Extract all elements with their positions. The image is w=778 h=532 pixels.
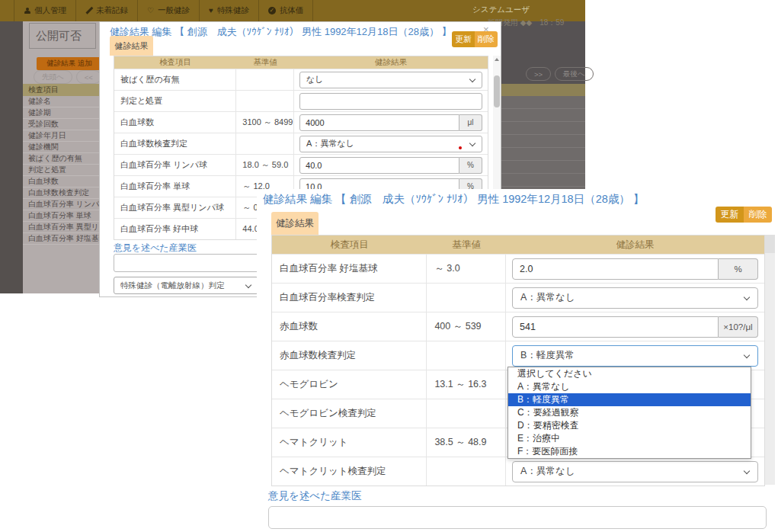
result-select[interactable]: A：異常なし: [512, 287, 758, 309]
pager-right: >>最後へ: [526, 67, 594, 81]
heart-outline-icon: ♡: [147, 7, 154, 14]
pager-button[interactable]: 先頭へ: [34, 70, 72, 84]
pager-button[interactable]: <<: [76, 70, 101, 84]
dropdown-option[interactable]: E：治療中: [508, 432, 751, 445]
result-cell: ×10?/μl: [506, 312, 764, 341]
nav-item[interactable]: 未着記録: [76, 0, 138, 21]
bg-table-row: [501, 161, 585, 174]
bg-table-row: [501, 122, 585, 135]
exam-item-label: 白血球百分率 リンパ球: [114, 155, 236, 175]
exam-item-label: ヘマトクリット検査判定: [272, 457, 427, 486]
exam-item-label: 赤血球数検査判定: [272, 341, 427, 370]
table-row: 赤血球数検査判定B：軽度異常: [272, 341, 764, 370]
special-exam-judgement-select[interactable]: 特殊健診（電離放射線）判定: [114, 277, 258, 294]
exam-item-label: 判定と処置: [114, 91, 236, 111]
result-select-value: B：軽度異常: [520, 349, 575, 362]
scrollbar-thumb[interactable]: [494, 75, 500, 107]
result-input[interactable]: [299, 93, 482, 110]
result-cell: %: [506, 255, 764, 283]
exam-item-label: 白血球百分率 好中球: [114, 219, 236, 239]
update-button[interactable]: 更新: [452, 31, 475, 47]
delete-button[interactable]: 削除: [475, 31, 498, 47]
result-select[interactable]: A：異常なし: [512, 461, 758, 482]
table-row: 赤血球数400 ～ 539×10?/μl: [272, 312, 764, 341]
exam-item-label: 白血球百分率 単球: [114, 176, 236, 197]
result-cell: %: [294, 155, 488, 175]
judgement-dropdown-list: 選択してくださいA：異常なしB：軽度異常C：要経過観察D：要精密検査E：治療中F…: [507, 367, 751, 459]
chevron-down-icon: [744, 467, 750, 473]
scrollbar-top-cap: [765, 235, 775, 253]
nav-item-label: 特殊健診: [217, 5, 249, 16]
bg-table-row: [501, 135, 585, 148]
unit-addon: %: [719, 258, 758, 280]
table-row: 白血球数検査判定A：異常なし: [114, 133, 488, 154]
result-input[interactable]: [512, 316, 719, 338]
result-select[interactable]: B：軽度異常: [512, 345, 758, 367]
nav-item-label: 個人管理: [34, 5, 66, 16]
nav-item[interactable]: ♥特殊健診: [200, 0, 259, 21]
pager-button[interactable]: 最後へ: [555, 67, 594, 81]
publish-permission-field: 公開可否: [29, 23, 96, 49]
scrollbar[interactable]: [765, 235, 775, 485]
column-result: 健診結果: [294, 56, 488, 69]
physician-opinion-input[interactable]: [268, 506, 767, 529]
result-cell: μl: [294, 112, 488, 133]
result-input[interactable]: [299, 114, 459, 131]
chevron-down-icon: [245, 282, 251, 288]
dropdown-option[interactable]: 選択してください: [508, 367, 751, 380]
table-header-row: 検査項目 基準値 健診結果: [114, 56, 488, 69]
page: 個人管理未着記録♡一般健診♥特殊健診✓抗体価 システムユーザ 版開発用 ◆◆ 1…: [0, 0, 778, 532]
result-cell: A：異常なし: [506, 284, 764, 312]
bg-table-rows-right: [501, 96, 585, 200]
dropdown-option[interactable]: D：要精密検査: [508, 419, 751, 432]
result-cell: A：異常なし: [506, 457, 764, 486]
column-reference: 基準値: [236, 56, 294, 69]
reference-value: [427, 284, 506, 312]
special-exam-judgement-value: 特殊健診（電離放射線）判定: [120, 280, 225, 291]
dropdown-option[interactable]: C：要経過観察: [508, 406, 751, 419]
result-cell: [294, 91, 488, 111]
pencil-icon: [85, 7, 92, 14]
nav-item[interactable]: ♡一般健診: [138, 0, 200, 21]
edit-result-modal-front: 健診結果 編集 【 創源 成夫（ｿｳｹﾞﾝ ﾅﾘｵ） 男性 1992年12月18…: [257, 189, 778, 532]
table-header-row: 検査項目 基準値 健診結果: [272, 236, 764, 254]
reference-value: [427, 399, 506, 428]
result-select[interactable]: なし: [299, 72, 482, 88]
result-input[interactable]: [299, 157, 459, 174]
reference-value: [236, 91, 294, 111]
left-dark-strip: [0, 21, 23, 293]
result-select[interactable]: A：異常なし: [299, 136, 482, 152]
reference-value: 400 ～ 539: [427, 312, 506, 341]
check-circle-icon: ✓: [268, 7, 276, 14]
chevron-down-icon: [744, 293, 750, 300]
dropdown-option[interactable]: B：軽度異常: [508, 393, 751, 406]
exam-item-label: 白血球百分率 好塩基球: [272, 255, 427, 283]
update-button[interactable]: 更新: [716, 207, 744, 223]
tab-kenshin-kekka[interactable]: 健診結果: [271, 212, 319, 235]
exam-item-label: 白血球百分率検査判定: [272, 284, 427, 312]
system-user-label: システムユーザ: [472, 5, 530, 15]
dropdown-option[interactable]: F：要医師面接: [508, 445, 751, 458]
bg-table-row: [501, 109, 585, 122]
exam-item-label: ヘモグロビン検査判定: [272, 399, 427, 428]
chevron-down-icon: [744, 351, 750, 357]
modal-title: 健診結果 編集 【 創源 成夫（ｿｳｹﾞﾝ ﾅﾘｵ） 男性 1992年12月18…: [110, 25, 452, 39]
delete-button[interactable]: 削除: [744, 207, 772, 223]
nav-item-label: 抗体価: [280, 5, 304, 16]
pager-button[interactable]: >>: [526, 67, 551, 81]
nav-item[interactable]: ✓抗体価: [259, 0, 314, 21]
chevron-down-icon: [469, 75, 475, 82]
result-input[interactable]: [512, 258, 719, 280]
table-row: 白血球数3100 ～ 8499μl: [114, 111, 488, 133]
table-row: 白血球百分率検査判定A：異常なし: [272, 283, 764, 312]
nav-item[interactable]: 個人管理: [14, 0, 76, 21]
reference-value: ～ 3.0: [427, 255, 506, 283]
add-result-button[interactable]: 健診結果 追加: [37, 57, 102, 70]
exam-item-label: 白血球百分率 異型リンパ球: [114, 197, 236, 218]
reference-value: 38.5 ～ 48.9: [427, 428, 506, 457]
scroll-up-icon[interactable]: [495, 58, 499, 61]
dropdown-option[interactable]: A：異常なし: [508, 380, 751, 393]
tab-kenshin-kekka[interactable]: 健診結果: [110, 36, 153, 56]
column-reference: 基準値: [427, 236, 506, 254]
result-select-value: A：異常なし: [520, 291, 575, 304]
